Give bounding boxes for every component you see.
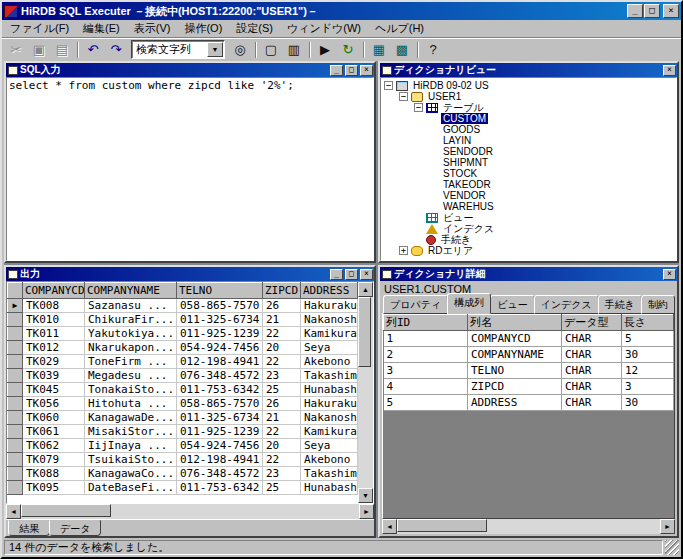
- tree-item[interactable]: ビュー: [381, 212, 676, 223]
- detail-tab[interactable]: 制約: [641, 295, 675, 314]
- menu-item[interactable]: 操作(O): [177, 19, 229, 38]
- output-column-header[interactable]: TELNO: [177, 283, 263, 299]
- output-maximize-button[interactable]: [345, 269, 358, 280]
- row-selector[interactable]: [8, 481, 23, 495]
- row-selector[interactable]: [8, 313, 23, 327]
- tree-item-label[interactable]: LAYIN: [441, 135, 473, 146]
- tree-item[interactable]: WAREHUS: [381, 201, 676, 212]
- tree-item[interactable]: テーブル: [381, 102, 676, 113]
- sql-editor[interactable]: select * from custom where zipcd like '2…: [6, 77, 374, 261]
- menu-item[interactable]: ヘルプ(H): [368, 19, 431, 38]
- output-row[interactable]: ▶ TK008 Sazanasu ... 058-865-7570 26 Hak…: [8, 299, 358, 313]
- tree-item[interactable]: TAKEODR: [381, 179, 676, 190]
- new-window-button[interactable]: ▢: [260, 40, 282, 60]
- sql-minimize-button[interactable]: [330, 65, 343, 76]
- output-minimize-button[interactable]: [330, 269, 343, 280]
- tree-expand-icon[interactable]: [384, 81, 393, 90]
- output-close-button[interactable]: [360, 269, 373, 280]
- tree-item-label[interactable]: SHIPMNT: [441, 157, 490, 168]
- scroll-right-button[interactable]: [359, 504, 374, 519]
- columns-column-header[interactable]: 列名: [468, 315, 562, 331]
- detail-scroll-left-button[interactable]: [382, 519, 397, 534]
- output-row[interactable]: TK095 DateBaseFi... 011-753-6342 25 Huna…: [8, 481, 358, 495]
- tree-item-label[interactable]: VENDOR: [441, 190, 488, 201]
- cell-column-id[interactable]: 5: [384, 395, 468, 411]
- find-button[interactable]: ◎: [229, 40, 251, 60]
- detail-tab[interactable]: 手続き: [598, 295, 642, 314]
- combo-dropdown-icon[interactable]: [207, 42, 223, 57]
- dictionary-view-close-button[interactable]: [663, 65, 676, 76]
- cell-column-id[interactable]: 1: [384, 331, 468, 347]
- detail-tab[interactable]: プロパティ: [383, 295, 448, 314]
- columns-column-header[interactable]: データ型: [562, 315, 622, 331]
- tree-item-label[interactable]: RDエリア: [426, 244, 475, 258]
- menu-item[interactable]: 編集(E): [76, 19, 127, 38]
- tree-item-label[interactable]: TAKEODR: [441, 179, 493, 190]
- tree-expand-icon[interactable]: [414, 103, 423, 112]
- output-column-header[interactable]: COMPANYCD: [23, 283, 85, 299]
- row-selector[interactable]: [8, 467, 23, 481]
- tree-item[interactable]: LAYIN: [381, 135, 676, 146]
- columns-row[interactable]: 2 COMPANYNAME CHAR 30: [384, 347, 674, 363]
- output-row[interactable]: TK039 Megadesu ... 076-348-4572 23 Takas…: [8, 369, 358, 383]
- tree-item[interactable]: USER1: [381, 91, 676, 102]
- output-horizontal-scrollbar[interactable]: [6, 504, 374, 519]
- detail-scroll-thumb[interactable]: [397, 519, 487, 532]
- row-selector[interactable]: [8, 397, 23, 411]
- cell-column-id[interactable]: 4: [384, 379, 468, 395]
- output-row[interactable]: TK056 Hitohuta ... 058-865-7570 26 Hakur…: [8, 397, 358, 411]
- scroll-down-button[interactable]: [358, 488, 373, 503]
- output-column-header[interactable]: [8, 283, 23, 299]
- columns-row[interactable]: 4 ZIPCD CHAR 3: [384, 379, 674, 395]
- memo-button[interactable]: ▥: [283, 40, 305, 60]
- menu-item[interactable]: ファイル(F): [3, 19, 76, 38]
- row-selector[interactable]: [8, 383, 23, 397]
- output-tab[interactable]: データ: [49, 520, 101, 536]
- tree-item-label[interactable]: CUSTOM: [441, 113, 488, 124]
- columns-row[interactable]: 5 ADDRESS CHAR 30: [384, 395, 674, 411]
- sql-maximize-button[interactable]: [345, 65, 358, 76]
- columns-row[interactable]: 1 COMPANYCD CHAR 5: [384, 331, 674, 347]
- cell-column-id[interactable]: 3: [384, 363, 468, 379]
- sheet-view-button[interactable]: ▩: [391, 40, 413, 60]
- row-selector[interactable]: [8, 425, 23, 439]
- help-button[interactable]: ?: [422, 40, 444, 60]
- tree-item[interactable]: SHIPMNT: [381, 157, 676, 168]
- output-row[interactable]: TK061 MisakiStor... 011-925-1239 22 Kami…: [8, 425, 358, 439]
- grid-view-button[interactable]: ▦: [368, 40, 390, 60]
- tree-item[interactable]: CUSTOM: [381, 113, 676, 124]
- close-button[interactable]: [663, 4, 679, 18]
- horizontal-scroll-thumb[interactable]: [21, 504, 111, 517]
- paste-button[interactable]: ▤: [51, 40, 73, 60]
- tree-item[interactable]: STOCK: [381, 168, 676, 179]
- output-column-header[interactable]: ADDRESS: [301, 283, 358, 299]
- vertical-scroll-thumb[interactable]: [358, 297, 371, 367]
- row-selector[interactable]: [8, 439, 23, 453]
- menu-item[interactable]: 表示(V): [127, 19, 178, 38]
- output-row[interactable]: TK011 Yakutokiya... 011-925-1239 22 Kami…: [8, 327, 358, 341]
- sql-close-button[interactable]: [360, 65, 373, 76]
- redo-button[interactable]: ↷: [105, 40, 127, 60]
- tree-item[interactable]: RDエリア: [381, 245, 676, 256]
- row-selector[interactable]: [8, 327, 23, 341]
- row-selector[interactable]: [8, 453, 23, 467]
- output-row[interactable]: TK012 Nkarukapon... 054-924-7456 20 Seya: [8, 341, 358, 355]
- horizontal-scroll-track[interactable]: [21, 504, 359, 519]
- tree-expand-icon[interactable]: [399, 246, 408, 255]
- output-row[interactable]: TK062 IijInaya ... 054-924-7456 20 Seya: [8, 439, 358, 453]
- tree-item[interactable]: VENDOR: [381, 190, 676, 201]
- output-row[interactable]: TK088 KanagawaCo... 076-348-4572 23 Taka…: [8, 467, 358, 481]
- row-selector[interactable]: [8, 369, 23, 383]
- vertical-scrollbar[interactable]: [358, 282, 373, 503]
- tree-item-label[interactable]: HiRDB 09-02 US: [411, 80, 491, 91]
- tree-item[interactable]: GOODS: [381, 124, 676, 135]
- search-combo[interactable]: 検索文字列: [131, 40, 225, 59]
- output-row[interactable]: TK060 KanagawaDe... 011-325-6734 21 Naka…: [8, 411, 358, 425]
- output-row[interactable]: TK079 TsuikaiSto... 012-198-4941 22 Akeb…: [8, 453, 358, 467]
- output-row[interactable]: TK045 TonakaiSto... 011-753-6342 25 Huna…: [8, 383, 358, 397]
- detail-tab[interactable]: ビュー: [490, 295, 534, 314]
- execute-button[interactable]: ▶: [314, 40, 336, 60]
- tree-item-label[interactable]: STOCK: [441, 168, 479, 179]
- search-combo-value[interactable]: 検索文字列: [132, 42, 207, 57]
- detail-scroll-track[interactable]: [397, 519, 660, 534]
